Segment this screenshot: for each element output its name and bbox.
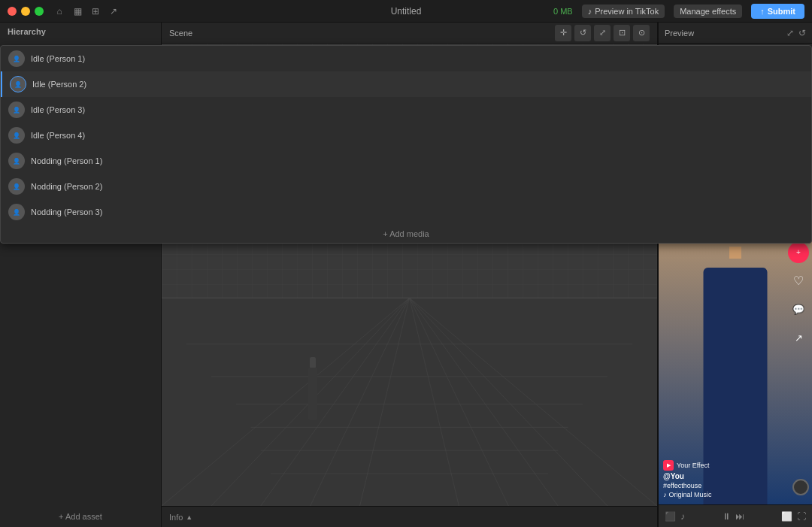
dropdown-item-6[interactable]: 👤 Nodding (Person 2) — [1, 174, 811, 199]
tiktok-comment-button[interactable]: 💬 — [788, 299, 809, 320]
svg-rect-28 — [308, 368, 317, 420]
fullscreen-button[interactable]: ⛶ — [797, 511, 806, 522]
avatar-1: 👤 — [8, 50, 25, 67]
rotate-tool[interactable]: ↺ — [574, 25, 591, 41]
tiktok-like-button[interactable]: ♡ — [788, 271, 809, 292]
app-title: Untitled — [391, 6, 422, 17]
preview-bottom-controls: ⬛ ♪ ⏸ ⏭ ⬜ ⛶ — [659, 504, 812, 527]
dropdown-item-1[interactable]: 👤 Idle (Person 1) — [1, 46, 811, 71]
dropdown-item-4[interactable]: 👤 Idle (Person 4) — [1, 123, 811, 148]
manage-effects-button[interactable]: Manage effects — [674, 5, 742, 18]
dropdown-item-label-5: Nodding (Person 1) — [31, 156, 102, 165]
avatar-3: 👤 — [8, 101, 25, 118]
tiktok-icon: ♪ — [588, 7, 592, 16]
dropdown-item-label-4: Idle (Person 4) — [31, 131, 85, 140]
minimize-button[interactable] — [21, 7, 30, 16]
tiktok-music: ♪ Original Music — [663, 491, 786, 498]
center-controls: ⏸ ⏭ — [722, 511, 744, 522]
svg-rect-2 — [162, 298, 657, 506]
preview-panel: Preview ⤢ ↺ ↩ Idle (Person 2) ▾ ↺ Local … — [658, 23, 812, 527]
add-media-label: + Add media — [383, 229, 429, 238]
effect-name: Your Effect — [677, 462, 710, 469]
info-label: Info — [169, 513, 183, 522]
submit-button[interactable]: ↑ Submit — [751, 4, 804, 19]
scene-bottle-object[interactable] — [306, 357, 321, 427]
effect-label: ▶ Your Effect — [663, 460, 786, 471]
tiktok-username: @You — [663, 472, 786, 480]
record-button[interactable]: ⬛ — [665, 511, 676, 522]
traffic-lights: ⌂ ▦ ⊞ ↗ — [8, 6, 119, 17]
dropdown-item-label-6: Nodding (Person 2) — [31, 182, 102, 191]
tiktok-hashtag: #effecthouse — [663, 482, 786, 489]
scene-title: Scene — [169, 29, 192, 38]
avatar-5: 👤 — [8, 153, 25, 169]
right-controls: ⬜ ⛶ — [781, 511, 806, 522]
skip-forward-button[interactable]: ⏭ — [735, 511, 744, 522]
preview-tiktok-button[interactable]: ♪ Preview in TikTok — [582, 5, 665, 18]
scene-toolbar: ✛ ↺ ⤢ ⊡ ⊙ — [555, 25, 650, 41]
dropdown-item-label-7: Nodding (Person 3) — [31, 207, 102, 217]
dropdown-item-3[interactable]: 👤 Idle (Person 3) — [1, 97, 811, 123]
hierarchy-header: Hierarchy — [0, 23, 161, 41]
music-note-icon: ♪ — [663, 491, 667, 498]
transform-tool[interactable]: ✛ — [555, 25, 571, 41]
aspect-ratio-button[interactable]: ⬜ — [781, 511, 792, 522]
preview-header: Preview ⤢ ↺ — [659, 23, 812, 44]
effect-dot: ▶ — [663, 460, 674, 471]
home-icon[interactable]: ⌂ — [54, 6, 65, 17]
dropdown-item-label-1: Idle (Person 1) — [31, 54, 85, 63]
tiktok-follow-button[interactable]: + — [788, 242, 809, 263]
avatar-4: 👤 — [8, 127, 25, 144]
memory-usage: 0 MB — [553, 7, 573, 16]
dropdown-item-label-2: Idle (Person 2) — [32, 80, 86, 89]
preview-tiktok-label: Preview in TikTok — [595, 7, 659, 16]
refresh-icon[interactable]: ↺ — [798, 28, 806, 38]
titlebar-right: 0 MB ♪ Preview in TikTok Manage effects … — [553, 4, 804, 19]
avatar-7: 👤 — [8, 204, 25, 220]
tiktok-bottom-info: ▶ Your Effect @You #effecthouse ♪ Origin… — [663, 460, 786, 498]
camera-tool[interactable]: ⊡ — [614, 25, 630, 41]
scene-header: Scene ✛ ↺ ⤢ ⊡ ⊙ — [162, 23, 657, 44]
tiktok-share-button[interactable]: ↗ — [788, 328, 809, 349]
avatar-2: 👤 — [10, 76, 26, 92]
upload-icon: ↑ — [760, 7, 765, 16]
preview-title: Preview — [665, 29, 694, 38]
dropdown-item-label-3: Idle (Person 3) — [31, 105, 85, 114]
svg-rect-27 — [310, 357, 316, 368]
play-pause-button[interactable]: ⏸ — [722, 511, 731, 522]
animation-dropdown-menu: 👤 Idle (Person 1) 👤 Idle (Person 2) 👤 Id… — [0, 45, 812, 244]
avatar-6: 👤 — [8, 178, 25, 195]
person-neck — [729, 247, 741, 259]
dropdown-item-2[interactable]: 👤 Idle (Person 2) — [1, 71, 811, 97]
bottle-svg — [306, 357, 321, 425]
left-controls: ⬛ ♪ — [665, 511, 685, 522]
add-asset-button[interactable]: + Add asset — [0, 506, 161, 527]
maximize-button[interactable] — [35, 7, 44, 16]
dropdown-item-7[interactable]: 👤 Nodding (Person 3) — [1, 199, 811, 225]
layout-icon[interactable]: ⊞ — [90, 6, 101, 17]
tiktok-brand-icon[interactable]: ♪ — [680, 511, 685, 522]
dropdown-item-5[interactable]: 👤 Nodding (Person 1) — [1, 148, 811, 174]
music-label: Original Music — [669, 491, 712, 498]
scale-tool[interactable]: ⤢ — [594, 25, 611, 41]
manage-effects-label: Manage effects — [680, 7, 736, 16]
preview-header-icons: ⤢ ↺ — [786, 28, 806, 38]
add-asset-label: + Add asset — [59, 512, 102, 521]
close-button[interactable] — [8, 7, 17, 16]
share-icon[interactable]: ↗ — [108, 6, 119, 17]
add-media-button[interactable]: + Add media — [1, 225, 811, 243]
titlebar: ⌂ ▦ ⊞ ↗ Untitled 0 MB ♪ Preview in TikTo… — [0, 0, 812, 23]
info-expand-icon[interactable]: ▲ — [186, 513, 192, 521]
external-link-icon[interactable]: ⤢ — [786, 28, 794, 38]
film-icon[interactable]: ▦ — [72, 6, 83, 17]
tiktok-music-disc — [792, 479, 809, 495]
camera-settings-tool[interactable]: ⊙ — [633, 25, 650, 41]
scene-bottom-bar: Info ▲ — [162, 506, 657, 527]
submit-label: Submit — [768, 7, 795, 16]
main-layout: Hierarchy Camera ◉ Directional Light ◉ +… — [0, 23, 812, 527]
